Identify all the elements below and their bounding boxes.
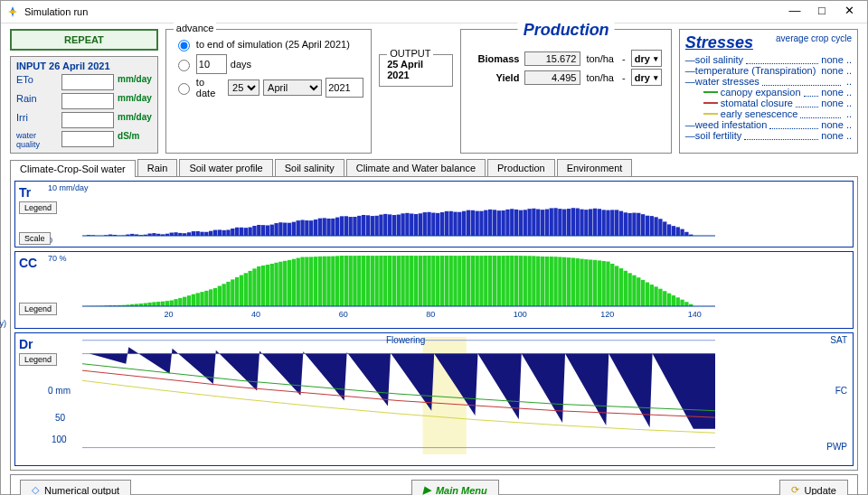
radio-days[interactable] <box>178 60 190 71</box>
tab-production[interactable]: Production <box>487 159 555 176</box>
svg-rect-102 <box>532 209 535 236</box>
svg-rect-25 <box>196 231 200 236</box>
days-field[interactable] <box>196 54 227 74</box>
svg-rect-122 <box>619 211 623 236</box>
svg-rect-182 <box>266 265 269 306</box>
flowering-label: Flowering <box>386 335 425 345</box>
minimize-button[interactable]: — <box>782 3 807 21</box>
svg-rect-88 <box>471 210 475 236</box>
svg-rect-54 <box>323 218 326 236</box>
svg-rect-98 <box>514 210 518 236</box>
radio-todate[interactable] <box>178 83 190 95</box>
svg-rect-74 <box>410 213 413 236</box>
svg-rect-207 <box>374 256 378 306</box>
svg-rect-159 <box>165 301 169 306</box>
main-menu-button[interactable]: ▶ Main Menu <box>411 480 499 495</box>
svg-rect-170 <box>213 288 217 306</box>
svg-rect-189 <box>297 258 300 306</box>
tab-climate-and-water-balance[interactable]: Climate and Water balance <box>346 159 486 176</box>
maximize-button[interactable]: □ <box>809 3 835 21</box>
svg-rect-118 <box>601 210 605 236</box>
tab-climate-crop-soil-water[interactable]: Climate-Crop-Soil water <box>10 160 136 177</box>
radio-end[interactable] <box>178 40 190 51</box>
month-select[interactable]: April <box>263 79 322 96</box>
advance-opt-date[interactable]: to date 25 April <box>174 77 363 98</box>
tr-scale-button[interactable]: Scale <box>19 232 51 245</box>
day-select[interactable]: 25 <box>228 79 259 96</box>
tr-legend-button[interactable]: Legend <box>19 201 57 214</box>
arrow-right-icon: ▶ <box>423 484 430 495</box>
svg-rect-213 <box>401 256 404 306</box>
svg-rect-41 <box>266 225 269 236</box>
svg-rect-204 <box>362 256 365 306</box>
svg-rect-223 <box>445 256 448 306</box>
advance-opt-days[interactable]: days <box>174 54 363 74</box>
svg-rect-136 <box>680 229 684 236</box>
svg-rect-272 <box>658 289 662 306</box>
svg-rect-217 <box>419 256 422 306</box>
irri-field[interactable] <box>61 112 114 128</box>
svg-rect-50 <box>305 220 308 236</box>
svg-rect-94 <box>497 210 501 236</box>
svg-rect-202 <box>353 256 356 306</box>
biomass-basis-select[interactable]: dry <box>631 50 662 67</box>
eto-field[interactable] <box>61 74 114 90</box>
svg-rect-92 <box>488 210 492 236</box>
svg-rect-129 <box>650 216 654 236</box>
svg-rect-196 <box>326 257 330 306</box>
svg-rect-81 <box>440 212 444 236</box>
x-tick: 120 <box>600 310 614 319</box>
tab-soil-water-profile[interactable]: Soil water profile <box>179 159 272 176</box>
svg-rect-243 <box>532 256 535 306</box>
svg-rect-168 <box>204 291 208 306</box>
x-axis-label: time (day) <box>0 319 6 328</box>
close-button[interactable]: ✕ <box>836 3 862 21</box>
output-legend: OUTPUT <box>387 48 433 59</box>
tab-environment[interactable]: Environment <box>557 159 633 176</box>
cc-legend-button[interactable]: Legend <box>19 303 57 315</box>
svg-rect-99 <box>519 210 523 236</box>
numerical-output-button[interactable]: ◇ Numerical output <box>20 480 131 495</box>
water-quality-field[interactable] <box>61 131 114 147</box>
svg-rect-20 <box>174 232 177 236</box>
yield-label: Yield <box>470 72 519 83</box>
year-field[interactable] <box>326 78 363 98</box>
svg-rect-115 <box>589 209 592 236</box>
update-button[interactable]: ⟳ Update <box>779 480 848 495</box>
svg-rect-226 <box>458 256 461 306</box>
svg-rect-220 <box>431 256 435 306</box>
rain-field[interactable] <box>61 93 114 109</box>
svg-rect-35 <box>240 228 243 236</box>
svg-rect-42 <box>270 225 274 236</box>
svg-rect-203 <box>357 256 361 306</box>
svg-rect-95 <box>501 210 505 236</box>
fc-label: FC <box>835 386 847 396</box>
yield-basis-select[interactable]: dry <box>631 69 662 86</box>
dr-legend-button[interactable]: Legend <box>19 353 57 366</box>
svg-rect-180 <box>257 266 260 306</box>
tab-rain[interactable]: Rain <box>137 159 178 176</box>
svg-rect-254 <box>580 259 583 306</box>
svg-rect-167 <box>200 292 203 306</box>
svg-rect-228 <box>467 256 470 306</box>
stresses-avg-label: average crop cycle <box>776 33 852 43</box>
svg-rect-173 <box>226 282 230 306</box>
repeat-button[interactable]: REPEAT <box>10 29 158 51</box>
chart-cc: CC 70 % 0 Legend 20406080100120140 time … <box>14 251 854 329</box>
svg-rect-79 <box>431 213 435 236</box>
stress-row: — weed infestationnone .. <box>685 119 852 130</box>
svg-rect-52 <box>314 219 317 236</box>
svg-rect-114 <box>584 210 588 236</box>
svg-rect-80 <box>436 213 439 236</box>
svg-rect-64 <box>366 215 370 236</box>
advance-opt-end[interactable]: to end of simulation (25 April 2021) <box>174 37 363 51</box>
svg-rect-46 <box>288 223 291 236</box>
svg-rect-214 <box>405 256 409 306</box>
tab-soil-salinity[interactable]: Soil salinity <box>275 159 344 176</box>
svg-rect-260 <box>606 262 609 306</box>
tr-axis-label: Tr <box>19 185 31 200</box>
svg-rect-156 <box>152 302 156 306</box>
svg-rect-256 <box>589 259 592 306</box>
svg-rect-171 <box>218 286 222 306</box>
svg-rect-224 <box>449 256 453 306</box>
